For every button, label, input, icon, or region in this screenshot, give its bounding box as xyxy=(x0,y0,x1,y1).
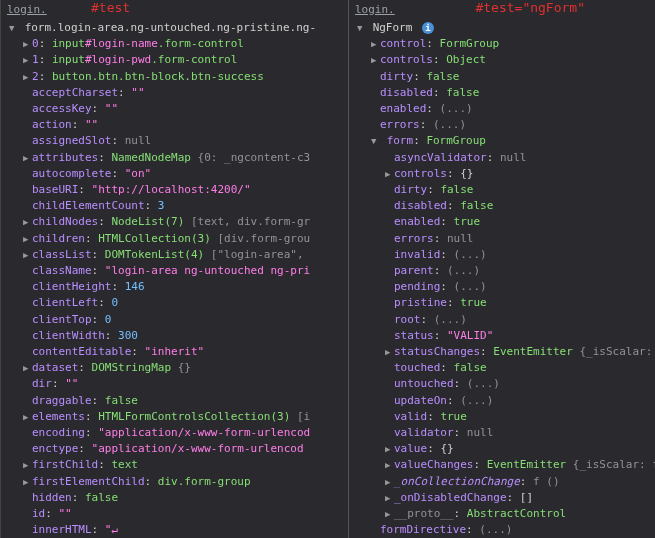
property-row[interactable]: children: HTMLCollection(3) [div.form-gr… xyxy=(7,231,346,247)
property-row[interactable]: parent: (...) xyxy=(355,263,653,279)
property-row[interactable]: id: "" xyxy=(7,506,346,522)
property-row[interactable]: className: "login-area ng-untouched ng-p… xyxy=(7,263,346,279)
caret-right-icon[interactable] xyxy=(23,360,32,376)
caret-right-icon[interactable] xyxy=(385,474,394,490)
caret-right-icon[interactable] xyxy=(23,69,32,85)
property-row[interactable]: firstElementChild: div.form-group xyxy=(7,474,346,490)
property-row[interactable]: dirty: false xyxy=(355,69,653,85)
property-row[interactable]: clientHeight: 146 xyxy=(7,279,346,295)
property-row[interactable]: errors: null xyxy=(355,231,653,247)
property-row[interactable]: accessKey: "" xyxy=(7,101,346,117)
caret-right-icon[interactable] xyxy=(23,457,32,473)
property-row[interactable]: childElementCount: 3 xyxy=(7,198,346,214)
prop-key: contentEditable xyxy=(32,345,131,358)
property-row[interactable]: firstChild: text xyxy=(7,457,346,473)
property-row[interactable]: action: "" xyxy=(7,117,346,133)
caret-right-icon[interactable] xyxy=(23,150,32,166)
property-row[interactable]: disabled: false xyxy=(355,198,653,214)
property-row[interactable]: errors: (...) xyxy=(355,117,653,133)
property-row[interactable]: formDirective: (...) xyxy=(355,522,653,538)
property-row[interactable]: clientWidth: 300 xyxy=(7,328,346,344)
property-row[interactable]: elements: HTMLFormControlsCollection(3) … xyxy=(7,409,346,425)
caret-down-icon[interactable] xyxy=(371,133,380,149)
right-tree[interactable]: NgForm i control: FormGroupcontrols: Obj… xyxy=(349,18,655,538)
caret-right-icon[interactable] xyxy=(23,214,32,230)
child-element-row[interactable]: 1: input#login-pwd.form-control xyxy=(7,52,346,68)
prop-key: enabled xyxy=(394,215,440,228)
property-row[interactable]: childNodes: NodeList(7) [text, div.form-… xyxy=(7,214,346,230)
property-row[interactable]: validator: null xyxy=(355,425,653,441)
property-row[interactable]: invalid: (...) xyxy=(355,247,653,263)
property-row[interactable]: innerHTML: "↵ xyxy=(7,522,346,538)
form-node[interactable]: form: FormGroup xyxy=(355,133,653,149)
property-row[interactable]: value: {} xyxy=(355,441,653,457)
property-row[interactable]: untouched: (...) xyxy=(355,376,653,392)
caret-right-icon[interactable] xyxy=(385,490,394,506)
caret-right-icon[interactable] xyxy=(23,247,32,263)
property-row[interactable]: enctype: "application/x-www-form-urlenco… xyxy=(7,441,346,457)
property-row[interactable]: dirty: false xyxy=(355,182,653,198)
caret-right-icon[interactable] xyxy=(385,166,394,182)
property-row[interactable]: valueChanges: EventEmitter {_isScalar: f… xyxy=(355,457,653,473)
caret-right-icon[interactable] xyxy=(23,36,32,52)
property-row[interactable]: enabled: (...) xyxy=(355,101,653,117)
login-link-right[interactable]: login. xyxy=(355,3,395,16)
property-row[interactable]: clientTop: 0 xyxy=(7,312,346,328)
property-row[interactable]: dir: "" xyxy=(7,376,346,392)
caret-right-icon[interactable] xyxy=(23,231,32,247)
property-row[interactable]: __proto__: AbstractControl xyxy=(355,506,653,522)
caret-right-icon[interactable] xyxy=(23,409,32,425)
property-row[interactable]: hidden: false xyxy=(7,490,346,506)
root-node-left[interactable]: form.login-area.ng-untouched.ng-pristine… xyxy=(7,20,346,36)
caret-down-icon[interactable] xyxy=(357,20,366,36)
property-row[interactable]: encoding: "application/x-www-form-urlenc… xyxy=(7,425,346,441)
property-row[interactable]: _onDisabledChange: [] xyxy=(355,490,653,506)
property-row[interactable]: control: FormGroup xyxy=(355,36,653,52)
prop-value: "↵ xyxy=(105,523,118,536)
property-row[interactable]: draggable: false xyxy=(7,393,346,409)
child-tag: input xyxy=(52,37,85,50)
property-row[interactable]: baseURI: "http://localhost:4200/" xyxy=(7,182,346,198)
caret-right-icon[interactable] xyxy=(23,474,32,490)
property-row[interactable]: disabled: false xyxy=(355,85,653,101)
caret-right-icon[interactable] xyxy=(385,506,394,522)
property-row[interactable]: touched: false xyxy=(355,360,653,376)
left-tree[interactable]: form.login-area.ng-untouched.ng-pristine… xyxy=(1,18,348,538)
caret-down-icon[interactable] xyxy=(9,20,18,36)
property-row[interactable]: classList: DOMTokenList(4) ["login-area"… xyxy=(7,247,346,263)
property-row[interactable]: controls: {} xyxy=(355,166,653,182)
property-row[interactable]: valid: true xyxy=(355,409,653,425)
property-row[interactable]: pending: (...) xyxy=(355,279,653,295)
caret-right-icon[interactable] xyxy=(385,457,394,473)
caret-right-icon[interactable] xyxy=(23,52,32,68)
property-row[interactable]: autocomplete: "on" xyxy=(7,166,346,182)
property-row[interactable]: pristine: true xyxy=(355,295,653,311)
property-row[interactable]: acceptCharset: "" xyxy=(7,85,346,101)
property-row[interactable]: _onCollectionChange: f () xyxy=(355,474,653,490)
property-row[interactable]: asyncValidator: null xyxy=(355,150,653,166)
login-link-left[interactable]: login. xyxy=(7,3,47,16)
prop-value: 300 xyxy=(118,329,138,342)
prop-value: true xyxy=(440,410,467,423)
property-row[interactable]: contentEditable: "inherit" xyxy=(7,344,346,360)
property-row[interactable]: root: (...) xyxy=(355,312,653,328)
property-row[interactable]: updateOn: (...) xyxy=(355,393,653,409)
child-element-row[interactable]: 0: input#login-name.form-control xyxy=(7,36,346,52)
property-row[interactable]: controls: Object xyxy=(355,52,653,68)
property-row[interactable]: statusChanges: EventEmitter {_isScalar: … xyxy=(355,344,653,360)
caret-right-icon[interactable] xyxy=(371,52,380,68)
root-node-right[interactable]: NgForm i xyxy=(355,20,653,36)
caret-right-icon[interactable] xyxy=(385,441,394,457)
property-row[interactable]: assignedSlot: null xyxy=(7,133,346,149)
property-row[interactable]: clientLeft: 0 xyxy=(7,295,346,311)
caret-right-icon[interactable] xyxy=(371,36,380,52)
property-row[interactable]: attributes: NamedNodeMap {0: _ngcontent-… xyxy=(7,150,346,166)
property-row[interactable]: status: "VALID" xyxy=(355,328,653,344)
child-element-row[interactable]: 2: button.btn.btn-block.btn-success xyxy=(7,69,346,85)
property-row[interactable]: dataset: DOMStringMap {} xyxy=(7,360,346,376)
caret-right-icon[interactable] xyxy=(385,344,394,360)
property-row[interactable]: enabled: true xyxy=(355,214,653,230)
prop-value: true xyxy=(454,215,481,228)
info-icon[interactable]: i xyxy=(422,22,434,34)
prop-value: 146 xyxy=(125,280,145,293)
